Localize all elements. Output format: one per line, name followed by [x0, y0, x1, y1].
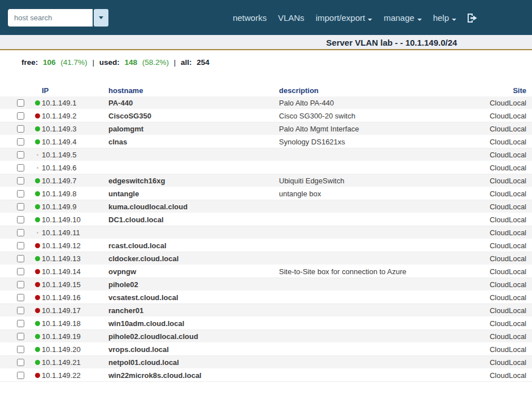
nav-item-help[interactable]: help: [428, 10, 462, 26]
caret-down-icon: [417, 19, 422, 21]
row-checkbox[interactable]: [17, 151, 24, 159]
site: CloudLocal: [469, 228, 532, 237]
table-row[interactable]: 10.1.149.7 edgeswitch16xg Ubiquiti EdgeS…: [0, 174, 532, 187]
caret-down-icon: [99, 16, 103, 19]
status-dot: [35, 113, 40, 118]
row-checkbox[interactable]: [17, 320, 24, 327]
row-checkbox[interactable]: [17, 190, 24, 197]
description: Cisco SG300-20 switch: [279, 112, 469, 120]
site: CloudLocal: [469, 241, 532, 250]
caret-down-icon: [368, 19, 372, 21]
row-checkbox[interactable]: [17, 125, 24, 133]
status-dot: [35, 126, 40, 131]
column-header-description: description: [279, 86, 469, 95]
nav-item-label: manage: [383, 13, 414, 23]
row-checkbox[interactable]: [17, 177, 24, 184]
all-label: all:: [181, 58, 192, 67]
row-checkbox[interactable]: [17, 164, 24, 171]
table-row[interactable]: 10.1.149.15 pihole02 CloudLocal: [0, 278, 532, 291]
row-checkbox-cell: [0, 125, 33, 133]
hostname: PA-440: [108, 99, 279, 107]
ip-address: 10.1.149.5: [42, 151, 108, 159]
table-row[interactable]: 10.1.149.14 ovpngw Site-to-Site box for …: [0, 265, 532, 278]
row-checkbox[interactable]: [17, 138, 24, 146]
table-row[interactable]: 10.1.149.20 vrops.cloud.local CloudLocal: [0, 343, 532, 356]
row-status-cell: [33, 232, 42, 234]
table-row[interactable]: 10.1.149.8 untangle untangle box CloudLo…: [0, 187, 532, 200]
row-checkbox[interactable]: [17, 372, 24, 379]
row-status-cell: [33, 295, 42, 300]
row-checkbox[interactable]: [17, 359, 24, 366]
row-checkbox[interactable]: [17, 307, 24, 314]
row-checkbox-cell: [0, 346, 33, 353]
ip-address: 10.1.149.9: [42, 203, 108, 211]
site: CloudLocal: [469, 345, 532, 354]
table-row[interactable]: 10.1.149.12 rcast.cloud.local CloudLocal: [0, 239, 532, 252]
nav-item-vlans[interactable]: VLANs: [272, 10, 310, 26]
row-checkbox[interactable]: [17, 268, 24, 275]
site: CloudLocal: [469, 267, 532, 276]
description: Synology DS1621xs: [279, 138, 469, 146]
row-checkbox[interactable]: [17, 255, 24, 262]
hostname: vcsatest.cloud.local: [108, 293, 279, 302]
table-row[interactable]: 10.1.149.3 palomgmt Palo Alto Mgmt Inter…: [0, 122, 532, 135]
row-checkbox[interactable]: [17, 99, 24, 107]
table-row[interactable]: 10.1.149.18 win10adm.cloud.local CloudLo…: [0, 317, 532, 330]
nav-item-networks[interactable]: networks: [227, 10, 272, 26]
table-row[interactable]: 10.1.149.5 CloudLocal: [0, 148, 532, 161]
table-row[interactable]: 10.1.149.4 clnas Synology DS1621xs Cloud…: [0, 135, 532, 148]
row-checkbox[interactable]: [17, 112, 24, 120]
table-row[interactable]: 10.1.149.16 vcsatest.cloud.local CloudLo…: [0, 291, 532, 304]
row-checkbox[interactable]: [17, 203, 24, 210]
ip-address: 10.1.149.19: [42, 332, 108, 341]
row-checkbox-cell: [0, 255, 33, 262]
row-status-cell: [33, 154, 42, 156]
logout-button[interactable]: [462, 11, 482, 25]
description: untangle box: [279, 190, 469, 198]
status-dot: [37, 167, 38, 169]
nav-item-import-export[interactable]: import/export: [310, 10, 378, 26]
hostname: rcast.cloud.local: [108, 241, 279, 250]
site: CloudLocal: [469, 203, 532, 211]
row-checkbox[interactable]: [17, 333, 24, 340]
search-dropdown-button[interactable]: [94, 9, 108, 27]
table-row[interactable]: 10.1.149.11 CloudLocal: [0, 226, 532, 239]
table-row[interactable]: 10.1.149.13 cldocker.cloud.local CloudLo…: [0, 252, 532, 265]
row-checkbox[interactable]: [17, 346, 24, 353]
status-dot: [35, 100, 40, 105]
free-value: 106: [43, 58, 56, 67]
table-row[interactable]: 10.1.149.17 rancher01 CloudLocal: [0, 304, 532, 317]
table-row[interactable]: 10.1.149.10 DC1.cloud.local CloudLocal: [0, 213, 532, 226]
table-row[interactable]: 10.1.149.1 PA-440 Palo Alto PA-440 Cloud…: [0, 96, 532, 109]
hostname: CiscoSG350: [108, 112, 279, 120]
row-checkbox-cell: [0, 333, 33, 340]
hostname: clnas: [108, 138, 279, 146]
table-row[interactable]: 10.1.149.6 CloudLocal: [0, 161, 532, 174]
table-row[interactable]: 10.1.149.9 kuma.cloudlocal.cloud CloudLo…: [0, 200, 532, 213]
row-checkbox-cell: [0, 138, 33, 146]
row-checkbox[interactable]: [17, 216, 24, 223]
ip-address-table: IP hostname description Site 10.1.149.1 …: [0, 84, 532, 382]
table-row[interactable]: 10.1.149.21 netpol01.cloud.local CloudLo…: [0, 356, 532, 369]
table-row[interactable]: 10.1.149.19 pihole02.cloudlocal.cloud Cl…: [0, 330, 532, 343]
row-checkbox[interactable]: [17, 242, 24, 249]
description: Site-to-Site box for connection to Azure: [279, 267, 469, 276]
row-checkbox-cell: [0, 112, 33, 120]
row-checkbox[interactable]: [17, 281, 24, 288]
search-input[interactable]: [8, 9, 93, 27]
nav-item-manage[interactable]: manage: [378, 10, 427, 26]
row-checkbox[interactable]: [17, 229, 24, 236]
table-row[interactable]: 10.1.149.2 CiscoSG350 Cisco SG300-20 swi…: [0, 109, 532, 122]
ip-address: 10.1.149.17: [42, 306, 108, 315]
row-checkbox[interactable]: [17, 294, 24, 301]
row-checkbox-cell: [0, 151, 33, 159]
column-header-hostname: hostname: [108, 86, 279, 95]
row-checkbox-cell: [0, 268, 33, 275]
row-status-cell: [33, 126, 42, 131]
site: CloudLocal: [469, 190, 532, 198]
row-checkbox-cell: [0, 164, 33, 171]
row-status-cell: [33, 360, 42, 365]
row-checkbox-cell: [0, 99, 33, 107]
row-checkbox-cell: [0, 190, 33, 197]
table-row[interactable]: 10.1.149.22 win22microk8s.cloud.local Cl…: [0, 369, 532, 382]
